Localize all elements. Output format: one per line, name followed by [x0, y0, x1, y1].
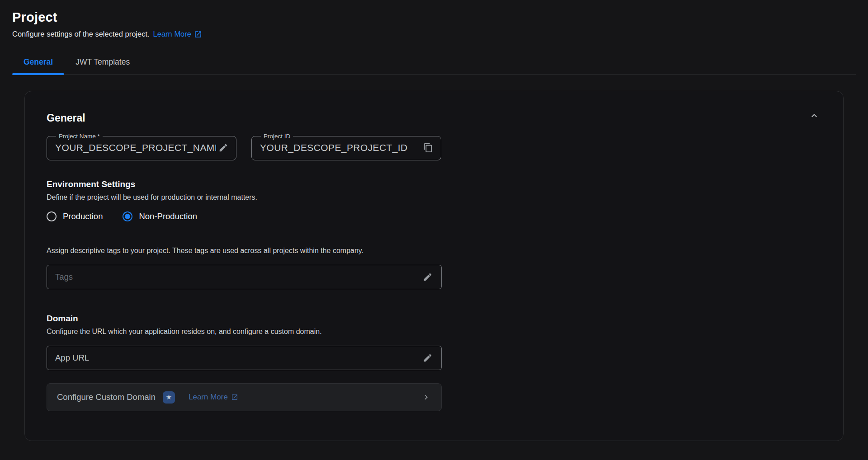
custom-domain-learn-more-label: Learn More	[189, 393, 228, 402]
page-title: Project	[12, 10, 856, 25]
radio-unselected-icon	[47, 211, 57, 221]
pencil-icon	[423, 353, 433, 363]
project-settings-page: Project Configure settings of the select…	[0, 0, 868, 441]
tab-bar: General JWT Templates	[12, 52, 856, 75]
tab-jwt-templates[interactable]: JWT Templates	[64, 52, 141, 74]
radio-non-production[interactable]: Non-Production	[123, 211, 197, 221]
page-subtitle-text: Configure settings of the selected proje…	[12, 30, 150, 38]
domain-description: Configure the URL which your application…	[47, 328, 821, 336]
radio-production-label: Production	[63, 211, 103, 221]
domain-section: Domain Configure the URL which your appl…	[47, 314, 821, 411]
collapse-section-button[interactable]	[807, 108, 821, 123]
environment-settings-section: Environment Settings Define if the proje…	[47, 179, 821, 221]
app-url-field	[47, 346, 442, 370]
radio-selected-icon	[123, 211, 132, 221]
project-fields-row: Project Name * Project ID	[47, 133, 821, 160]
external-link-icon	[231, 394, 238, 401]
edit-project-name-button[interactable]	[216, 141, 231, 155]
project-id-field: Project ID	[251, 133, 441, 160]
star-glyph: ★	[166, 393, 172, 401]
environment-settings-description: Define if the project will be used for p…	[47, 193, 821, 202]
edit-tags-button[interactable]	[420, 270, 435, 284]
configure-custom-domain-row[interactable]: Configure Custom Domain ★ Learn More	[47, 383, 442, 411]
domain-heading: Domain	[47, 314, 821, 324]
app-url-input[interactable]	[55, 353, 420, 363]
configure-custom-domain-label: Configure Custom Domain	[57, 392, 156, 402]
chevron-right-icon	[421, 392, 431, 402]
external-link-icon	[194, 30, 202, 38]
project-id-label: Project ID	[261, 133, 293, 140]
card-title: General	[47, 112, 821, 124]
radio-production[interactable]: Production	[47, 211, 103, 221]
tab-general[interactable]: General	[12, 52, 64, 74]
tags-section: Assign descriptive tags to your project.…	[47, 247, 821, 289]
project-id-input	[260, 142, 421, 153]
chevron-up-icon	[809, 110, 820, 121]
radio-non-production-label: Non-Production	[139, 211, 197, 221]
pencil-icon	[423, 272, 433, 282]
copy-project-id-button[interactable]	[421, 141, 435, 155]
project-name-input[interactable]	[55, 142, 216, 153]
custom-domain-learn-more-link[interactable]: Learn More	[189, 393, 238, 402]
general-settings-card: General Project Name * Project ID	[24, 91, 844, 441]
tags-input[interactable]	[55, 272, 420, 282]
environment-radio-group: Production Non-Production	[47, 211, 821, 221]
learn-more-label: Learn More	[153, 30, 191, 38]
project-name-label: Project Name *	[56, 133, 103, 140]
copy-icon	[423, 143, 433, 153]
pencil-icon	[218, 143, 228, 153]
page-subtitle: Configure settings of the selected proje…	[12, 30, 856, 38]
tags-description: Assign descriptive tags to your project.…	[47, 247, 821, 255]
project-name-field: Project Name *	[47, 133, 236, 160]
edit-app-url-button[interactable]	[420, 351, 435, 365]
environment-settings-heading: Environment Settings	[47, 179, 821, 189]
learn-more-link[interactable]: Learn More	[153, 30, 202, 38]
tags-field	[47, 265, 442, 289]
premium-star-icon: ★	[163, 391, 175, 404]
